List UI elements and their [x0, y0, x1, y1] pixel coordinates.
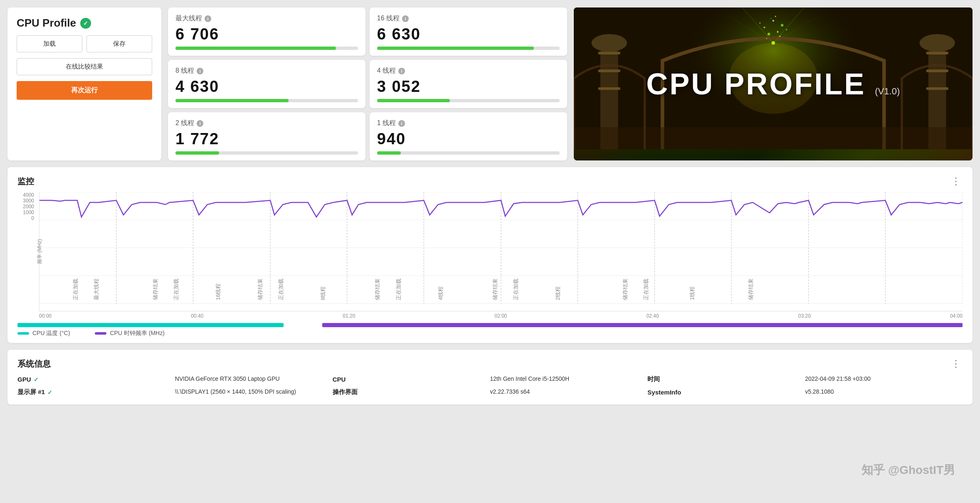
score-bar-fill-1 — [377, 47, 534, 50]
score-card-4: 2 线程i1 772 — [168, 112, 365, 160]
svg-text:正在加载: 正在加载 — [72, 279, 79, 300]
svg-text:2线程: 2线程 — [555, 286, 561, 300]
sysinfo-more-icon[interactable]: ⋮ — [949, 358, 963, 370]
score-value-2: 4 630 — [175, 78, 358, 96]
svg-text:8线程: 8线程 — [320, 286, 326, 300]
svg-text:最大线程: 最大线程 — [93, 279, 99, 300]
chart-right: 频率 (MHz) — [39, 192, 963, 319]
svg-text:正在加载: 正在加载 — [278, 279, 284, 300]
display-value: \\.\DISPLAY1 (2560 × 1440, 150% DPI scal… — [175, 388, 333, 396]
cpu-clock-dot — [95, 332, 106, 335]
time-value: 2022-04-09 21:58 +03:00 — [805, 375, 963, 383]
gpu-label: GPU ✓ — [17, 375, 175, 383]
sysinfo-title: 系统信息 — [17, 358, 51, 370]
score-label-4: 2 线程i — [175, 119, 358, 128]
sysinfo-section: 系统信息 ⋮ GPU ✓ NVIDIA GeForce RTX 3050 Lap… — [7, 350, 973, 404]
banner-version: (V1.0) — [875, 86, 900, 97]
info-icon-4[interactable]: i — [197, 120, 203, 127]
load-button[interactable]: 加载 — [17, 35, 82, 52]
sysinfo-ver-value: v5.28.1080 — [805, 388, 963, 396]
time-label: 时间 — [647, 375, 805, 383]
score-bar-bg-4 — [175, 151, 358, 155]
svg-text:储存结束: 储存结束 — [492, 279, 498, 300]
svg-text:正在加载: 正在加载 — [395, 279, 402, 300]
info-icon-0[interactable]: i — [205, 15, 211, 22]
svg-rect-23 — [574, 127, 973, 149]
svg-rect-28 — [926, 69, 948, 72]
score-bar-bg-5 — [377, 151, 560, 155]
compare-button[interactable]: 在线比较结果 — [17, 58, 152, 75]
gpu-value: NVIDIA GeForce RTX 3050 Laptop GPU — [175, 375, 333, 383]
watermark: 知乎 @GhostIT男 — [862, 462, 955, 478]
svg-text:储存结束: 储存结束 — [152, 279, 158, 300]
svg-point-13 — [759, 22, 760, 24]
score-bar-fill-2 — [175, 99, 289, 102]
svg-point-8 — [767, 33, 770, 35]
score-value-3: 3 052 — [377, 78, 560, 96]
run-button[interactable]: 再次运行 — [17, 81, 152, 100]
y-axis: 4000 3000 2000 1000 0 — [17, 192, 37, 231]
svg-text:储存结束: 储存结束 — [257, 279, 263, 300]
page-title: CPU Profile ✓ — [17, 17, 152, 30]
svg-text:储存结束: 储存结束 — [622, 279, 628, 300]
os-value: v2.22.7336 s64 — [490, 388, 648, 396]
svg-point-11 — [780, 24, 783, 26]
svg-text:储存结束: 储存结束 — [374, 279, 380, 300]
info-icon-2[interactable]: i — [197, 68, 203, 74]
left-control-panel: CPU Profile ✓ 加载 保存 在线比较结果 再次运行 — [7, 7, 161, 160]
load-save-row: 加载 保存 — [17, 35, 152, 52]
sysinfo-grid: GPU ✓ NVIDIA GeForce RTX 3050 Laptop GPU… — [17, 375, 963, 396]
score-grid: 最大线程i6 70616 线程i6 6308 线程i4 6304 线程i3 05… — [168, 7, 567, 160]
save-button[interactable]: 保存 — [86, 35, 152, 52]
score-card-1: 16 线程i6 630 — [370, 7, 567, 56]
score-card-3: 4 线程i3 052 — [370, 60, 567, 108]
svg-point-9 — [777, 31, 778, 32]
score-bar-bg-1 — [377, 47, 560, 50]
monitor-header: 监控 ⋮ — [17, 175, 963, 187]
cpu-temp-bar — [17, 323, 284, 327]
svg-rect-25 — [598, 69, 620, 72]
svg-point-18 — [770, 18, 771, 19]
svg-text:正在加载: 正在加载 — [173, 279, 179, 300]
svg-point-5 — [919, 34, 955, 52]
info-icon-5[interactable]: i — [398, 120, 405, 127]
info-icon-1[interactable]: i — [402, 15, 409, 22]
score-value-5: 940 — [377, 130, 560, 148]
chart-body: 频率 (MHz) — [39, 192, 963, 311]
svg-rect-24 — [598, 52, 620, 54]
svg-text:正在加载: 正在加载 — [513, 279, 519, 300]
chart-svg: 正在加载 最大线程 储存结束 正在加载 16线程 储存结束 正在加载 8线程 储… — [39, 192, 963, 304]
svg-point-12 — [772, 20, 774, 22]
more-icon[interactable]: ⋮ — [949, 175, 963, 187]
score-label-5: 1 线程i — [377, 119, 560, 128]
sysinfo-ver-label: SystemInfo — [647, 388, 805, 396]
cpu-label: CPU — [333, 375, 490, 383]
info-icon-3[interactable]: i — [398, 68, 405, 74]
chart-legend-area: CPU 温度 (°C) CPU 时钟频率 (MHz) — [17, 323, 963, 337]
cpu-clock-bar — [322, 323, 963, 327]
score-bar-bg-0 — [175, 47, 358, 50]
score-bar-bg-2 — [175, 99, 358, 102]
svg-text:16线程: 16线程 — [215, 284, 221, 300]
svg-point-14 — [786, 29, 787, 30]
x-axis: 00:00 00:40 01:20 02:00 02:40 03:20 04:0… — [39, 311, 963, 319]
legend-cpu-clock: CPU 时钟频率 (MHz) — [95, 330, 164, 337]
score-bar-fill-3 — [377, 99, 450, 102]
banner: CPU PROFILE (V1.0) — [574, 7, 973, 160]
svg-text:正在加载: 正在加载 — [643, 279, 649, 300]
svg-text:4线程: 4线程 — [437, 286, 444, 300]
score-bar-fill-4 — [175, 151, 219, 155]
score-card-0: 最大线程i6 706 — [168, 7, 365, 56]
legend-cpu-temp: CPU 温度 (°C) — [17, 330, 70, 337]
svg-point-3 — [591, 34, 627, 52]
sysinfo-header: 系统信息 ⋮ — [17, 358, 963, 370]
score-label-1: 16 线程i — [377, 14, 560, 23]
cpu-value: 12th Gen Intel Core i5-12500H — [490, 375, 648, 383]
score-label-2: 8 线程i — [175, 67, 358, 75]
monitor-section: 监控 ⋮ 4000 3000 2000 1000 0 频率 (MHz) — [7, 167, 973, 343]
score-label-3: 4 线程i — [377, 67, 560, 75]
score-label-0: 最大线程i — [175, 14, 358, 23]
check-icon: ✓ — [80, 18, 91, 29]
svg-text:1线程: 1线程 — [689, 286, 695, 300]
score-value-0: 6 706 — [175, 25, 358, 43]
